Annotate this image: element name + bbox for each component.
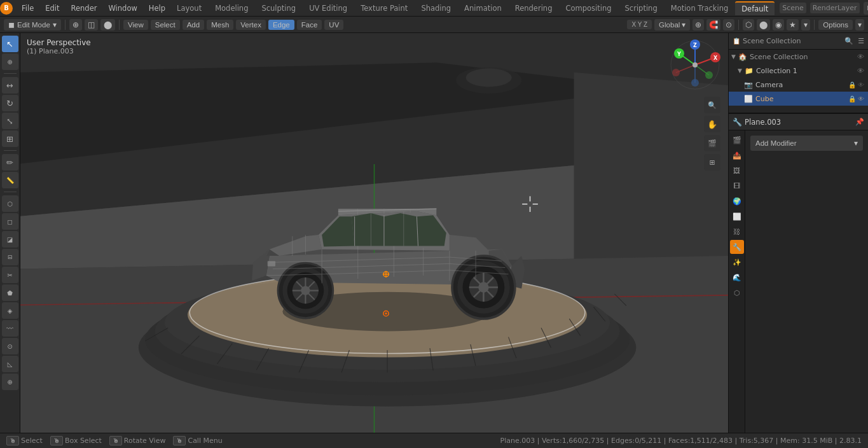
global-selector[interactable]: Global ▾ bbox=[654, 19, 690, 31]
outliner-scene-collection[interactable]: ▼ 🏠 Scene Collection 👁 bbox=[729, 50, 868, 64]
mode-selector[interactable]: ◼ Edit Mode ▾ bbox=[4, 19, 61, 31]
tool-transform[interactable]: ⊞ bbox=[2, 130, 18, 147]
camera-label: Camera bbox=[755, 81, 783, 89]
overlay-options[interactable]: Options bbox=[818, 20, 853, 30]
ws-tab-scripting[interactable]: Scripting bbox=[619, 2, 664, 15]
ws-tab-layout[interactable]: Layout bbox=[170, 2, 208, 15]
tool-knife[interactable]: ✂ bbox=[2, 267, 18, 283]
ws-tab-modeling[interactable]: Modeling bbox=[209, 2, 254, 15]
tool-annotate[interactable]: ✏ bbox=[2, 154, 18, 171]
tool-bevel[interactable]: ◪ bbox=[2, 231, 18, 248]
prop-tab-constraint[interactable]: ⛓ bbox=[730, 225, 744, 239]
tool-poly-build[interactable]: ⬟ bbox=[2, 284, 18, 301]
col1-eye[interactable]: 👁 bbox=[857, 67, 864, 75]
sb-call-menu: 🖱 Call Menu bbox=[173, 436, 222, 445]
add-modifier-label: Add Modifier bbox=[755, 139, 797, 147]
outliner-cube[interactable]: ⬜ Cube 🔒 👁 bbox=[729, 92, 868, 106]
shading-wire[interactable]: ⬡ bbox=[743, 19, 754, 31]
tool-extrude[interactable]: ⬡ bbox=[2, 195, 18, 212]
overlay-chevron[interactable]: ▾ bbox=[855, 19, 864, 31]
ws-tab-rendering[interactable]: Rendering bbox=[509, 2, 559, 15]
tool-move[interactable]: ↔ bbox=[2, 77, 18, 94]
ws-tab-motion-tracking[interactable]: Motion Tracking bbox=[665, 2, 735, 15]
outliner-filter-icon[interactable]: ☰ bbox=[858, 37, 864, 45]
shading-material[interactable]: ◉ bbox=[773, 19, 784, 31]
ws-tab-compositing[interactable]: Compositing bbox=[559, 2, 617, 15]
shading-solid[interactable]: ⬤ bbox=[757, 19, 770, 31]
grid-view-button[interactable]: ⊞ bbox=[704, 154, 720, 171]
prop-tab-output[interactable]: 📤 bbox=[730, 148, 744, 162]
scene-col-eye[interactable]: 👁 bbox=[857, 53, 864, 61]
prop-tab-render[interactable]: 🎬 bbox=[730, 133, 744, 147]
tool-measure[interactable]: 📏 bbox=[2, 172, 18, 188]
tool-inset[interactable]: ◻ bbox=[2, 213, 18, 230]
face-menu[interactable]: Face bbox=[297, 20, 322, 30]
viewport-toolbar: ◼ Edit Mode ▾ ⊕ ◫ ⬤ View Select Add Mesh… bbox=[0, 17, 868, 33]
render-layer-selector[interactable]: RenderLayer bbox=[810, 3, 860, 13]
shading-options[interactable]: ▾ bbox=[801, 19, 810, 31]
ws-tab-shading[interactable]: Shading bbox=[415, 2, 457, 15]
camera-eye[interactable]: 👁 bbox=[858, 81, 864, 88]
wireframe-toggle[interactable]: ◫ bbox=[85, 19, 98, 31]
uv-menu[interactable]: UV bbox=[324, 20, 343, 30]
zoom-in-out-button[interactable]: 🔍 bbox=[704, 97, 720, 113]
sb-select-label: Select bbox=[21, 437, 43, 445]
solid-toggle[interactable]: ⬤ bbox=[100, 19, 115, 31]
add-menu[interactable]: Add bbox=[183, 20, 204, 30]
ws-tab-default[interactable]: Default bbox=[735, 1, 775, 15]
prop-tab-physics[interactable]: 🌊 bbox=[730, 270, 744, 284]
scene-selector[interactable]: Scene bbox=[780, 3, 806, 13]
proportional-button[interactable]: ⊙ bbox=[723, 19, 734, 31]
pivot-button[interactable]: ⊕ bbox=[692, 19, 704, 31]
tool-rotate[interactable]: ↻ bbox=[2, 95, 18, 111]
tool-smooth[interactable]: 〰 bbox=[2, 320, 18, 337]
top-menu-bar: B File Edit Render Window Help Layout Mo… bbox=[0, 0, 868, 17]
prop-tab-view[interactable]: 🖼 bbox=[730, 164, 744, 178]
svg-marker-39 bbox=[384, 213, 418, 246]
tool-select-box[interactable]: ↖ bbox=[2, 36, 18, 52]
scene-viewport[interactable] bbox=[20, 33, 728, 433]
outliner-search-icon[interactable]: 🔍 bbox=[844, 37, 853, 45]
menu-help[interactable]: Help bbox=[144, 3, 170, 14]
transform-orientation[interactable]: X Y Z bbox=[627, 20, 652, 29]
prop-tab-particles[interactable]: ✨ bbox=[730, 255, 744, 269]
ws-tab-uv-editing[interactable]: UV Editing bbox=[303, 2, 354, 15]
mesh-menu[interactable]: Mesh bbox=[207, 20, 233, 30]
add-modifier-button[interactable]: Add Modifier ▾ bbox=[750, 136, 863, 151]
pin-icon[interactable]: 📌 bbox=[855, 118, 864, 126]
prop-tab-scene[interactable]: 🎞 bbox=[730, 179, 744, 193]
pan-view-button[interactable]: ✋ bbox=[704, 116, 720, 132]
tool-shrink[interactable]: ⊙ bbox=[2, 338, 18, 354]
prop-tab-world[interactable]: 🌍 bbox=[730, 194, 744, 208]
scene-expand-icon[interactable]: ⊞ bbox=[864, 2, 868, 15]
ws-tab-texture-paint[interactable]: Texture Paint bbox=[354, 2, 414, 15]
tool-cursor[interactable]: ⊕ bbox=[2, 53, 18, 70]
outliner-camera[interactable]: 📷 Camera 🔒 👁 bbox=[729, 78, 868, 92]
ws-tab-sculpting[interactable]: Sculpting bbox=[255, 2, 302, 15]
camera-view-button[interactable]: 🎬 bbox=[704, 135, 720, 151]
camera-restrict-icon[interactable]: 🔒 bbox=[848, 81, 856, 88]
tool-to-sphere[interactable]: ⊕ bbox=[2, 374, 18, 390]
tool-spin[interactable]: ◈ bbox=[2, 302, 18, 319]
vertex-menu[interactable]: Vertex bbox=[236, 20, 266, 30]
shading-render[interactable]: ★ bbox=[787, 19, 799, 31]
overlay-toggle[interactable]: ⊕ bbox=[69, 19, 82, 31]
prop-tab-object[interactable]: ⬜ bbox=[730, 209, 744, 223]
edge-menu[interactable]: Edge bbox=[268, 20, 294, 30]
snap-button[interactable]: 🧲 bbox=[706, 19, 720, 31]
cube-eye[interactable]: 👁 bbox=[858, 95, 864, 102]
select-menu[interactable]: Select bbox=[151, 20, 180, 30]
view-menu[interactable]: View bbox=[123, 20, 148, 30]
menu-window[interactable]: Window bbox=[103, 3, 142, 14]
tool-loop-cut[interactable]: ⊟ bbox=[2, 249, 18, 265]
tool-scale[interactable]: ⤡ bbox=[2, 113, 18, 129]
menu-render[interactable]: Render bbox=[66, 3, 102, 14]
outliner-collection1[interactable]: ▼ 📁 Collection 1 👁 bbox=[729, 64, 868, 78]
menu-edit[interactable]: Edit bbox=[40, 3, 64, 14]
ws-tab-animation[interactable]: Animation bbox=[458, 2, 508, 15]
cube-restrict-icon[interactable]: 🔒 bbox=[848, 95, 856, 102]
tool-shear[interactable]: ◺ bbox=[2, 356, 18, 372]
prop-tab-modifier[interactable]: 🔧 bbox=[730, 240, 744, 254]
menu-file[interactable]: File bbox=[17, 3, 39, 14]
prop-tab-object-data[interactable]: ⬡ bbox=[730, 286, 744, 300]
